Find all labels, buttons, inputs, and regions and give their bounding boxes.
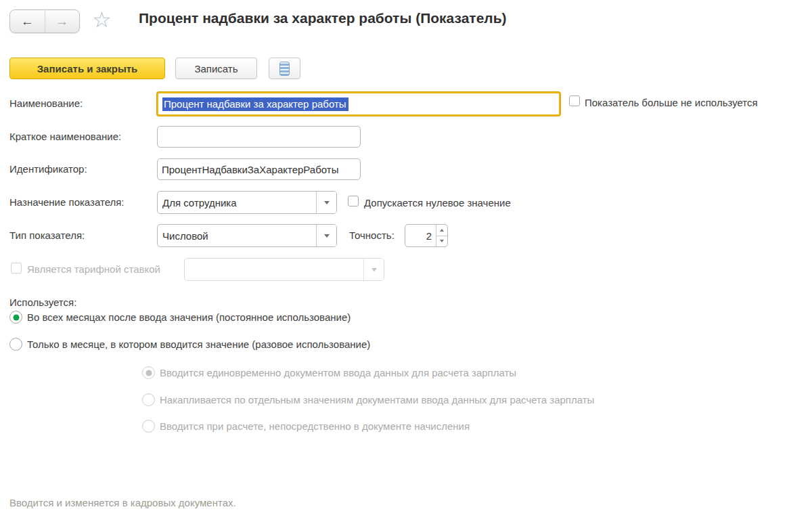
forward-button[interactable]: → — [45, 10, 80, 32]
usage-suboption-at-calculation-label: Вводится при расчете, непосредственно в … — [160, 420, 470, 432]
name-label: Наименование: — [9, 97, 83, 109]
type-selected-value: Числовой — [158, 225, 316, 246]
usage-section-label: Используется: — [9, 297, 76, 308]
type-select[interactable]: Числовой — [157, 224, 337, 247]
identifier-value: ПроцентНадбавкиЗаХарактерРаботы — [162, 164, 338, 175]
entry-hint-text: Вводится и изменяется в кадровых докумен… — [9, 497, 236, 508]
page-title: Процент надбавки за характер работы (Пок… — [139, 10, 507, 26]
radio-icon[interactable] — [9, 338, 22, 351]
identifier-label: Идентификатор: — [9, 163, 87, 175]
precision-stepper-buttons — [436, 225, 447, 246]
usage-option-permanent-label: Во всех месяцах после ввода значения (по… — [27, 311, 351, 323]
usage-suboption-accumulated: Накапливается по отдельным значениям док… — [142, 393, 594, 406]
forward-arrow-icon: → — [55, 14, 68, 29]
tariff-dropdown-arrow-icon — [363, 259, 384, 280]
radio-icon[interactable] — [9, 311, 22, 324]
name-input-selected-text: Процент надбавки за характер работы — [162, 97, 348, 111]
radio-icon — [142, 420, 155, 433]
show-in-list-button[interactable] — [269, 58, 300, 79]
zero-allowed-checkbox[interactable] — [348, 196, 359, 206]
precision-stepper[interactable]: 2 — [405, 224, 448, 247]
spin-down-button[interactable] — [436, 236, 447, 247]
favorite-star-icon[interactable]: ☆ — [92, 9, 112, 30]
purpose-select[interactable]: Для сотрудника — [157, 191, 337, 214]
usage-suboption-single-entry: Вводится единовременно документом ввода … — [142, 366, 516, 379]
save-and-close-button[interactable]: Записать и закрыть — [9, 58, 165, 79]
precision-label: Точность: — [349, 230, 394, 241]
identifier-input[interactable]: ПроцентНадбавкиЗаХарактерРаботы — [157, 158, 361, 180]
purpose-selected-value: Для сотрудника — [158, 192, 316, 213]
not-used-checkbox[interactable] — [569, 95, 580, 106]
tariff-rate-checkbox-label: Является тарифной ставкой — [27, 263, 160, 275]
purpose-dropdown-arrow-icon[interactable] — [316, 192, 336, 213]
type-label: Тип показателя: — [9, 230, 85, 241]
save-button[interactable]: Записать — [175, 58, 257, 79]
tariff-rate-checkbox — [11, 263, 22, 274]
tariff-rate-select — [184, 258, 384, 281]
tariff-rate-value — [185, 259, 363, 280]
register-list-icon — [279, 62, 290, 76]
back-arrow-icon: ← — [21, 14, 34, 29]
back-button[interactable]: ← — [10, 10, 45, 32]
usage-suboption-single-entry-label: Вводится единовременно документом ввода … — [160, 367, 516, 378]
spin-up-button[interactable] — [436, 225, 447, 236]
short-name-label: Краткое наименование: — [9, 131, 121, 142]
type-dropdown-arrow-icon[interactable] — [316, 225, 336, 246]
purpose-label: Назначение показателя: — [9, 196, 125, 208]
usage-suboption-accumulated-label: Накапливается по отдельным значениям док… — [160, 394, 594, 406]
radio-icon — [142, 393, 155, 406]
zero-allowed-checkbox-label[interactable]: Допускается нулевое значение — [364, 197, 511, 209]
usage-option-onetime[interactable]: Только в месяце, в котором вводится знач… — [9, 338, 370, 351]
not-used-checkbox-label[interactable]: Показатель больше не используется — [585, 97, 758, 108]
usage-suboption-at-calculation: Вводится при расчете, непосредственно в … — [142, 420, 470, 433]
precision-value: 2 — [405, 225, 436, 246]
nav-history-group: ← → — [9, 9, 80, 33]
usage-option-onetime-label: Только в месяце, в котором вводится знач… — [27, 339, 370, 350]
indicator-form-window: ← → ☆ Процент надбавки за характер работ… — [0, 0, 812, 524]
short-name-input[interactable] — [157, 126, 361, 148]
radio-icon — [142, 366, 155, 379]
usage-option-permanent[interactable]: Во всех месяцах после ввода значения (по… — [9, 311, 351, 324]
name-input[interactable]: Процент надбавки за характер работы — [157, 92, 560, 116]
